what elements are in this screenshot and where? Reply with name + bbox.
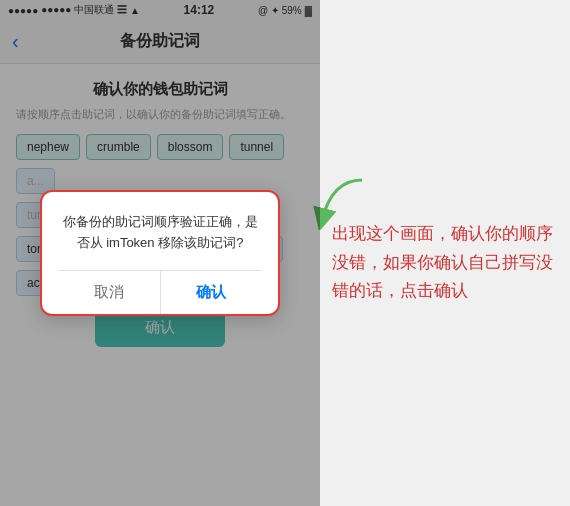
modal-cancel-button[interactable]: 取消 xyxy=(58,271,161,314)
arrow-icon xyxy=(312,170,372,230)
phone-screen: ●●●●● ●●●●● 中国联通 ☰ ▲ 14:12 @ ✦ 59% ▓ ‹ 备… xyxy=(0,0,320,506)
annotation-text: 出现这个画面，确认你的顺序没错，如果你确认自己拼写没错的话，点击确认 xyxy=(332,220,558,307)
modal-text: 你备份的助记词顺序验证正确，是否从 imToken 移除该助记词? xyxy=(58,212,262,254)
annotation-panel: 出现这个画面，确认你的顺序没错，如果你确认自己拼写没错的话，点击确认 xyxy=(320,0,570,506)
modal-buttons: 取消 确认 xyxy=(58,270,262,314)
modal-confirm-button[interactable]: 确认 xyxy=(161,271,263,314)
modal-overlay: 你备份的助记词顺序验证正确，是否从 imToken 移除该助记词? 取消 确认 xyxy=(0,0,320,506)
modal-box: 你备份的助记词顺序验证正确，是否从 imToken 移除该助记词? 取消 确认 xyxy=(40,190,280,316)
